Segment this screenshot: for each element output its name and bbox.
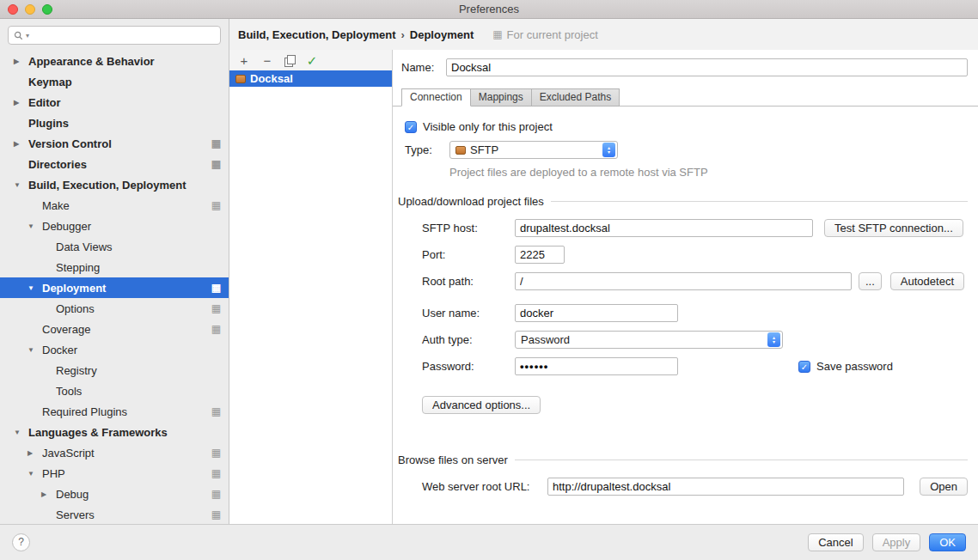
root-path-input[interactable] xyxy=(515,272,852,290)
sidebar-item-label: Required Plugins xyxy=(42,405,208,418)
type-select[interactable]: SFTP ▴▾ xyxy=(449,141,618,159)
use-as-default-icon[interactable]: ✓ xyxy=(306,54,318,67)
sidebar-item-build-execution-deployment[interactable]: ▼Build, Execution, Deployment xyxy=(0,174,229,195)
expand-arrow-icon[interactable]: ▶ xyxy=(14,140,28,148)
for-current-project-icon: ▦ xyxy=(211,489,221,499)
for-current-project-icon: ▦ xyxy=(211,324,221,334)
sidebar-item-javascript[interactable]: ▶JavaScript▦ xyxy=(0,442,229,463)
sidebar-item-label: Appearance & Behavior xyxy=(28,55,221,68)
sidebar-item-tools[interactable]: Tools xyxy=(0,380,229,401)
browse-root-path-button[interactable]: ... xyxy=(859,272,882,290)
preferences-window: Preferences ▾ ▶Appearance & BehaviorKeym… xyxy=(0,0,978,560)
settings-sidebar: ▾ ▶Appearance & BehaviorKeymap▶EditorPlu… xyxy=(0,19,229,524)
expand-arrow-icon[interactable]: ▶ xyxy=(14,99,28,107)
expand-arrow-icon[interactable]: ▶ xyxy=(41,490,56,498)
sidebar-item-debug[interactable]: ▶Debug▦ xyxy=(0,484,229,504)
settings-tree: ▶Appearance & BehaviorKeymap▶EditorPlugi… xyxy=(0,50,229,524)
sidebar-item-data-views[interactable]: Data Views xyxy=(0,236,229,257)
sftp-host-input[interactable] xyxy=(515,219,813,237)
tab-connection[interactable]: Connection xyxy=(401,88,471,107)
sidebar-item-required-plugins[interactable]: Required Plugins▦ xyxy=(0,401,229,422)
web-root-input[interactable] xyxy=(547,478,904,496)
copy-icon[interactable] xyxy=(284,55,295,66)
sidebar-item-label: Directories xyxy=(28,158,208,171)
breadcrumb-item-root[interactable]: Build, Execution, Deployment xyxy=(238,28,395,41)
auth-type-row: Auth type: Password ▴▾ xyxy=(422,331,968,349)
test-connection-button[interactable]: Test SFTP connection... xyxy=(824,219,963,237)
auth-type-select[interactable]: Password ▴▾ xyxy=(515,331,783,349)
password-input[interactable] xyxy=(515,357,678,375)
remove-icon[interactable]: − xyxy=(261,54,273,67)
apply-button[interactable]: Apply xyxy=(872,533,921,551)
server-list-item-docksal[interactable]: Docksal xyxy=(229,70,392,87)
window-title: Preferences xyxy=(0,0,978,18)
for-current-project-icon: ▦ xyxy=(211,303,221,313)
sidebar-item-keymap[interactable]: Keymap xyxy=(0,71,229,92)
sidebar-item-version-control[interactable]: ▶Version Control▦ xyxy=(0,133,229,154)
scope-label: For current project xyxy=(507,28,598,41)
search-history-chevron-icon[interactable]: ▾ xyxy=(26,32,29,40)
upload-section-title: Upload/download project files xyxy=(398,195,544,208)
open-button[interactable]: Open xyxy=(920,478,968,496)
port-label: Port: xyxy=(422,248,515,261)
sidebar-item-deployment[interactable]: ▼Deployment▦ xyxy=(0,277,229,298)
sidebar-item-editor[interactable]: ▶Editor xyxy=(0,92,229,113)
breadcrumb: Build, Execution, Deployment › Deploymen… xyxy=(229,19,978,50)
sidebar-item-languages-frameworks[interactable]: ▼Languages & Frameworks xyxy=(0,422,229,442)
advanced-options-button[interactable]: Advanced options... xyxy=(422,396,541,414)
tab-excluded-paths[interactable]: Excluded Paths xyxy=(531,88,620,107)
collapse-arrow-icon[interactable]: ▼ xyxy=(14,181,28,189)
sidebar-item-debugger[interactable]: ▼Debugger xyxy=(0,216,229,236)
cancel-button[interactable]: Cancel xyxy=(808,533,863,551)
port-row: Port: xyxy=(422,246,968,264)
sidebar-item-appearance-behavior[interactable]: ▶Appearance & Behavior xyxy=(0,51,229,71)
tab-mappings[interactable]: Mappings xyxy=(470,88,532,107)
for-current-project-icon: ▦ xyxy=(211,283,221,293)
collapse-arrow-icon[interactable]: ▼ xyxy=(28,284,42,292)
autodetect-button[interactable]: Autodetect xyxy=(890,272,964,290)
sidebar-item-registry[interactable]: Registry xyxy=(0,360,229,380)
expand-arrow-icon[interactable]: ▶ xyxy=(14,58,28,65)
password-label: Password: xyxy=(422,360,515,373)
user-name-input[interactable] xyxy=(515,304,678,322)
save-password-checkbox[interactable]: ✓ xyxy=(798,361,810,373)
breadcrumb-item-current[interactable]: Deployment xyxy=(410,28,474,41)
expand-arrow-icon[interactable]: ▶ xyxy=(28,449,42,457)
settings-search-input[interactable] xyxy=(32,29,215,42)
type-label: Type: xyxy=(405,143,449,156)
collapse-arrow-icon[interactable]: ▼ xyxy=(28,470,42,478)
sidebar-item-directories[interactable]: Directories▦ xyxy=(0,154,229,174)
port-input[interactable] xyxy=(515,246,565,264)
server-list-toolbar: +−✓ xyxy=(229,50,392,70)
sidebar-item-label: Docker xyxy=(42,344,221,356)
help-button[interactable]: ? xyxy=(12,533,30,551)
sidebar-item-options[interactable]: Options▦ xyxy=(0,298,229,319)
ok-button[interactable]: OK xyxy=(929,533,966,551)
add-icon[interactable]: + xyxy=(238,54,250,67)
name-input[interactable] xyxy=(446,58,968,76)
sidebar-item-php[interactable]: ▼PHP▦ xyxy=(0,463,229,484)
settings-search[interactable]: ▾ xyxy=(8,26,221,45)
sftp-host-row: SFTP host: Test SFTP connection... xyxy=(422,219,968,237)
sidebar-item-label: Plugins xyxy=(28,117,221,130)
sidebar-item-docker[interactable]: ▼Docker xyxy=(0,339,229,360)
sidebar-item-stepping[interactable]: Stepping xyxy=(0,257,229,277)
save-password-label: Save password xyxy=(816,360,893,373)
collapse-arrow-icon[interactable]: ▼ xyxy=(28,346,42,354)
for-current-project-icon: ▦ xyxy=(211,509,221,520)
titlebar[interactable]: Preferences xyxy=(0,0,978,19)
type-row: Type: SFTP ▴▾ xyxy=(405,141,968,159)
sidebar-item-label: Editor xyxy=(28,96,221,109)
sidebar-item-label: Build, Execution, Deployment xyxy=(28,179,221,192)
sidebar-item-plugins[interactable]: Plugins xyxy=(0,113,229,133)
sidebar-item-make[interactable]: Make▦ xyxy=(0,195,229,216)
sidebar-item-coverage[interactable]: Coverage▦ xyxy=(0,319,229,339)
sidebar-item-label: Data Views xyxy=(56,240,221,253)
for-current-project-icon: ▦ xyxy=(211,138,221,149)
scope-indicator: ▦ For current project xyxy=(492,28,598,41)
collapse-arrow-icon[interactable]: ▼ xyxy=(14,429,28,436)
sidebar-item-servers[interactable]: Servers▦ xyxy=(0,504,229,524)
collapse-arrow-icon[interactable]: ▼ xyxy=(28,222,42,230)
connection-tab-content: ✓ Visible only for this project Type: SF… xyxy=(393,106,978,496)
visible-project-checkbox[interactable]: ✓ xyxy=(405,121,417,133)
